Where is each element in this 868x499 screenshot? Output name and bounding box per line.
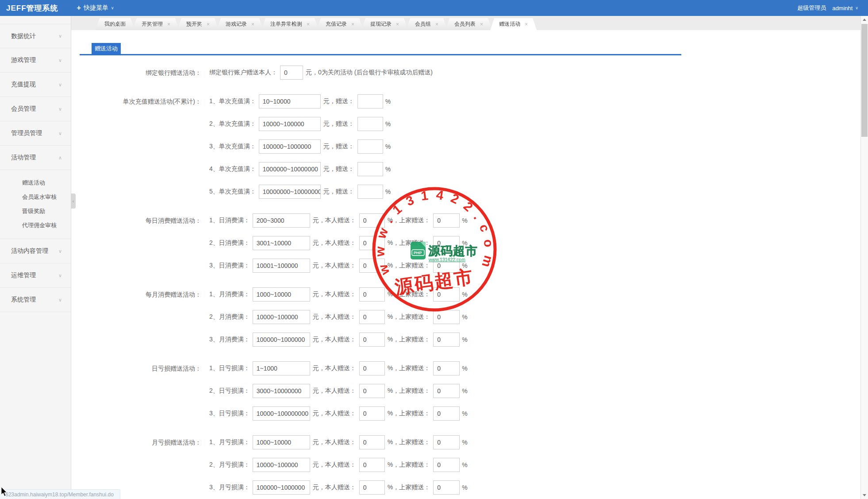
range-input[interactable]	[253, 458, 310, 472]
range-input[interactable]	[259, 162, 321, 176]
quick-menu-button[interactable]: + 快捷菜单 ∨	[77, 4, 114, 12]
sidebar-collapse-handle[interactable]: ‹	[71, 193, 76, 209]
self-gift-percent-input[interactable]	[359, 406, 385, 421]
row-mid-label: 元，本人赠送：	[313, 262, 356, 270]
self-gift-percent-input[interactable]	[359, 259, 385, 273]
self-gift-percent-input[interactable]	[359, 480, 385, 495]
parent-gift-percent-input[interactable]	[433, 259, 460, 273]
parent-gift-percent-input[interactable]	[433, 458, 460, 472]
self-gift-percent-input[interactable]	[359, 287, 385, 302]
tab-withdraw-records[interactable]: 提现记录×	[361, 18, 408, 30]
parent-gift-percent-input[interactable]	[433, 287, 460, 302]
tab-bar: 我的桌面开奖管理×预开奖×游戏记录×注单异常检测×充值记录×提现记录×会员组×会…	[71, 16, 860, 30]
sidebar-item-activity-content-manage[interactable]: 活动内容管理∨	[0, 239, 71, 263]
tab-game-records[interactable]: 游戏记录×	[217, 18, 263, 30]
close-icon[interactable]: ×	[307, 22, 310, 27]
close-icon[interactable]: ×	[251, 22, 254, 27]
range-input[interactable]	[253, 435, 310, 449]
sidebar-item-recharge-withdraw[interactable]: 充值提现∨	[0, 73, 71, 97]
vertical-scrollbar[interactable]	[860, 16, 868, 499]
range-input[interactable]	[259, 139, 321, 154]
sidebar-item-data-stats[interactable]: 数据统计∨	[0, 24, 71, 48]
gift-percent-input[interactable]	[357, 139, 383, 154]
close-icon[interactable]: ×	[435, 22, 438, 27]
sidebar-item-member-manage[interactable]: 会员管理∨	[0, 97, 71, 121]
sidebar-subitem-agent-commission-audit[interactable]: 代理佣金审核	[0, 218, 71, 232]
tab-pre-lottery[interactable]: 预开奖×	[177, 18, 219, 30]
row-mid-label: 元，本人赠送：	[313, 217, 356, 224]
sidebar-item-game-manage[interactable]: 游戏管理∨	[0, 48, 71, 73]
parent-gift-percent-input[interactable]	[433, 361, 460, 375]
self-gift-percent-input[interactable]	[359, 236, 385, 250]
parent-gift-percent-input[interactable]	[433, 310, 460, 324]
gift-percent-input[interactable]	[357, 94, 383, 108]
parent-gift-percent-input[interactable]	[433, 384, 460, 398]
form-row: 2、日亏损满：元，本人赠送：%，上家赠送：%	[209, 384, 468, 398]
row-prefix: 3、月消费满：	[209, 336, 250, 344]
self-gift-percent-input[interactable]	[359, 310, 385, 324]
sidebar-subitem-gift-activity[interactable]: 赠送活动	[0, 176, 71, 190]
parent-gift-percent-input[interactable]	[433, 333, 460, 347]
range-input[interactable]	[253, 287, 310, 302]
sidebar-subitem-member-rebate-audit[interactable]: 会员返水审核	[0, 190, 71, 204]
tab-member-list[interactable]: 会员列表×	[446, 18, 492, 30]
tab-abnormal-bet-check[interactable]: 注单异常检测×	[261, 18, 319, 30]
self-gift-percent-input[interactable]	[359, 333, 385, 347]
row-mid2-label: %，上家赠送：	[388, 290, 430, 298]
range-input[interactable]	[253, 259, 310, 273]
self-gift-percent-input[interactable]	[359, 213, 385, 228]
sidebar-item-system-manage[interactable]: 系统管理∨	[0, 288, 71, 312]
range-input[interactable]	[259, 94, 321, 108]
parent-gift-percent-input[interactable]	[433, 435, 460, 449]
parent-gift-percent-input[interactable]	[433, 213, 460, 228]
row-mid2-label: %，上家赠送：	[388, 313, 430, 321]
bind-bank-amount-input[interactable]	[280, 66, 303, 80]
self-gift-percent-input[interactable]	[359, 435, 385, 449]
range-input[interactable]	[253, 384, 310, 398]
self-gift-percent-input[interactable]	[359, 458, 385, 472]
close-icon[interactable]: ×	[480, 22, 483, 27]
gift-percent-input[interactable]	[357, 117, 383, 131]
sidebar-item-ops-manage[interactable]: 运维管理∨	[0, 263, 71, 288]
user-menu[interactable]: 超级管理员 adminht ∨	[797, 4, 858, 12]
form-group-bind-bank: 绑定银行赠送活动： 绑定银行账户赠送本人： 元，0为关闭活动 (后台银行卡审核成…	[80, 66, 681, 88]
parent-gift-percent-input[interactable]	[433, 406, 460, 421]
self-gift-percent-input[interactable]	[359, 384, 385, 398]
gift-percent-input[interactable]	[357, 185, 383, 199]
panel-tab-gift-activity[interactable]: 赠送活动	[92, 43, 121, 54]
tab-member-group[interactable]: 会员组×	[406, 18, 447, 30]
tab-label: 开奖管理	[142, 20, 163, 28]
sidebar-item-label: 充值提现	[11, 81, 36, 89]
tab-recharge-records[interactable]: 充值记录×	[317, 18, 363, 30]
range-input[interactable]	[253, 406, 310, 421]
close-icon[interactable]: ×	[525, 22, 528, 27]
parent-gift-percent-input[interactable]	[433, 236, 460, 250]
range-input[interactable]	[253, 480, 310, 495]
range-input[interactable]	[253, 333, 310, 347]
tab-my-desktop[interactable]: 我的桌面	[96, 18, 134, 30]
range-input[interactable]	[259, 117, 321, 131]
close-icon[interactable]: ×	[351, 22, 354, 27]
sidebar-subitem-promotion-reward[interactable]: 晋级奖励	[0, 204, 71, 218]
range-input[interactable]	[253, 310, 310, 324]
self-gift-percent-input[interactable]	[359, 361, 385, 375]
scroll-down-arrow[interactable]	[861, 491, 868, 499]
range-input[interactable]	[253, 236, 310, 250]
scrollbar-thumb[interactable]	[861, 24, 868, 137]
sidebar-item-activity-manage[interactable]: 活动管理∧	[0, 146, 71, 170]
close-icon[interactable]: ×	[396, 22, 399, 27]
gift-percent-input[interactable]	[357, 162, 383, 176]
tab-lottery-manage[interactable]: 开奖管理×	[133, 18, 179, 30]
chevron-down-icon: ∨	[58, 106, 62, 112]
row-mid2-label: %，上家赠送：	[388, 336, 430, 344]
range-input[interactable]	[253, 361, 310, 375]
close-icon[interactable]: ×	[207, 22, 210, 27]
sidebar-item-admin-manage[interactable]: 管理员管理∨	[0, 121, 71, 146]
tab-gift-activity[interactable]: 赠送活动×	[490, 18, 537, 30]
row-suffix: %	[385, 188, 391, 195]
parent-gift-percent-input[interactable]	[433, 480, 460, 495]
range-input[interactable]	[259, 185, 321, 199]
scroll-up-arrow[interactable]	[861, 16, 868, 23]
range-input[interactable]	[253, 213, 310, 228]
close-icon[interactable]: ×	[167, 22, 170, 27]
